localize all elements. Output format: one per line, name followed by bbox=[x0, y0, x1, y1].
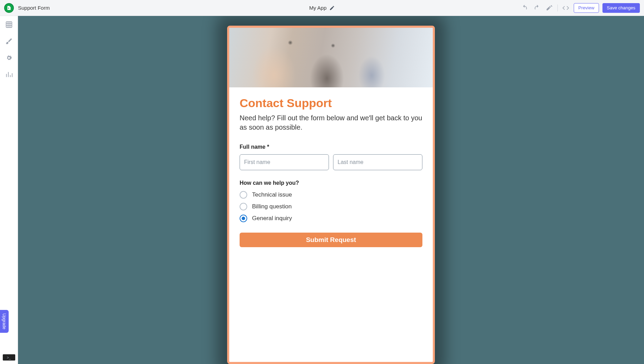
radio-label: Billing question bbox=[252, 203, 292, 210]
help-radio-group: Technical issue Billing question General… bbox=[240, 191, 422, 222]
name-row bbox=[240, 154, 422, 170]
radio-icon bbox=[240, 203, 247, 210]
divider bbox=[557, 5, 558, 11]
grid-icon[interactable] bbox=[5, 21, 13, 28]
chart-icon[interactable] bbox=[5, 71, 13, 78]
topbar: Support Form My App Preview Save changes bbox=[0, 0, 644, 16]
code-icon[interactable] bbox=[561, 3, 570, 12]
hammer-icon[interactable] bbox=[545, 3, 554, 12]
gear-icon[interactable] bbox=[5, 54, 13, 62]
brush-icon[interactable] bbox=[5, 37, 13, 45]
radio-billing-question[interactable]: Billing question bbox=[240, 203, 422, 210]
support-form-card: Contact Support Need help? Fill out the … bbox=[227, 26, 435, 364]
upgrade-button[interactable]: Upgrade bbox=[0, 310, 9, 333]
undo-icon[interactable] bbox=[520, 3, 529, 12]
help-label: How can we help you? bbox=[240, 180, 422, 186]
hero-image bbox=[229, 28, 433, 87]
radio-icon bbox=[240, 215, 247, 222]
radio-label: General inquiry bbox=[252, 215, 292, 222]
radio-icon bbox=[240, 191, 247, 199]
form-heading: Contact Support bbox=[240, 96, 422, 110]
left-rail: Upgrade >_ bbox=[0, 16, 18, 364]
redo-icon[interactable] bbox=[533, 3, 542, 12]
terminal-icon[interactable]: >_ bbox=[3, 354, 15, 361]
app-name-editor[interactable]: My App bbox=[309, 5, 335, 11]
radio-general-inquiry[interactable]: General inquiry bbox=[240, 215, 422, 222]
form-body: Contact Support Need help? Fill out the … bbox=[229, 87, 433, 258]
preview-button[interactable]: Preview bbox=[574, 3, 599, 13]
submit-button[interactable]: Submit Request bbox=[240, 233, 422, 247]
save-button[interactable]: Save changes bbox=[602, 3, 640, 13]
main: Upgrade >_ Contact Support Need help? Fi… bbox=[0, 16, 644, 364]
app-logo[interactable] bbox=[4, 3, 14, 13]
app-name-text: My App bbox=[309, 5, 327, 11]
svg-rect-0 bbox=[6, 22, 12, 28]
page-title: Support Form bbox=[18, 5, 50, 11]
radio-label: Technical issue bbox=[252, 191, 292, 198]
topbar-actions: Preview Save changes bbox=[520, 3, 640, 13]
editor-canvas[interactable]: Contact Support Need help? Fill out the … bbox=[18, 16, 644, 364]
pencil-icon[interactable] bbox=[329, 5, 335, 11]
full-name-label: Full name * bbox=[240, 144, 422, 150]
last-name-input[interactable] bbox=[333, 154, 422, 170]
form-subheading: Need help? Fill out the form below and w… bbox=[240, 113, 422, 132]
radio-technical-issue[interactable]: Technical issue bbox=[240, 191, 422, 199]
first-name-input[interactable] bbox=[240, 154, 329, 170]
